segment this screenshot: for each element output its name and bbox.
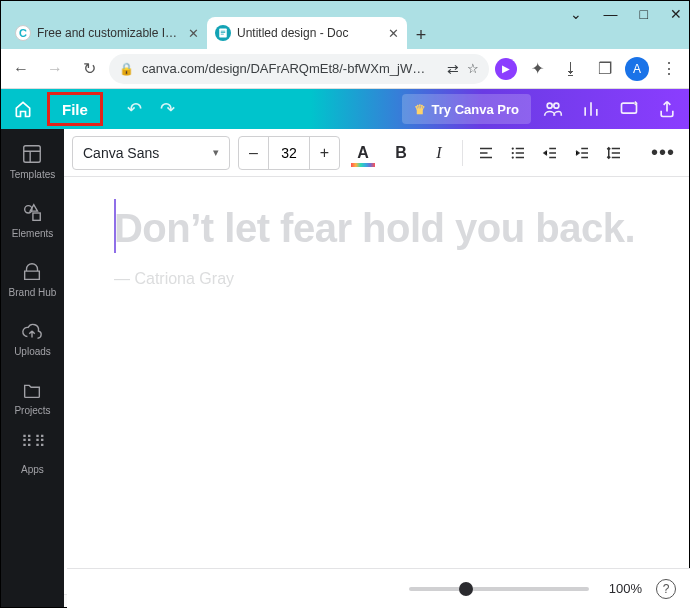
templates-icon [21,143,43,165]
font-name: Canva Sans [83,145,159,161]
crown-icon: ♛ [414,102,426,117]
svg-rect-7 [33,213,40,220]
svg-point-9 [512,151,514,153]
media-play-icon[interactable]: ▶ [495,58,517,80]
file-menu-button[interactable]: File [47,92,103,126]
collaborators-icon[interactable] [543,99,563,119]
browser-tab-inactive[interactable]: C Free and customizable Instag ✕ [7,17,207,49]
font-size-increase-button[interactable]: + [309,137,339,169]
window-close-icon[interactable]: ✕ [670,6,682,22]
analytics-icon[interactable] [581,99,601,119]
brand-hub-icon [21,261,43,283]
zoom-percent[interactable]: 100% [609,581,642,596]
nav-forward-button[interactable]: → [41,55,69,83]
sidebar-item-label: Templates [10,169,56,180]
help-button[interactable]: ? [656,579,676,599]
svg-rect-4 [622,103,637,113]
align-button[interactable] [471,138,501,168]
canvas-viewport[interactable]: Don’t let fear hold you back. — Catriona… [64,177,689,594]
present-icon[interactable] [619,99,639,119]
tab-close-icon[interactable]: ✕ [388,26,399,41]
text-toolbar: Canva Sans ▾ – 32 + A B I [64,129,689,177]
address-bar[interactable]: 🔒 canva.com/design/DAFrARQmEt8/-bfWXm_jW… [109,54,489,84]
window-maximize-icon[interactable]: □ [640,6,648,22]
zoom-slider[interactable] [409,587,589,591]
text-color-letter: A [357,144,369,162]
doc-favicon-icon [215,25,231,41]
svg-rect-3 [221,34,224,35]
browser-menu-icon[interactable]: ⋮ [655,55,683,83]
svg-rect-1 [221,31,226,32]
home-icon [13,99,33,119]
sidebar-item-label: Elements [12,228,54,239]
window-dropdown-icon[interactable]: ⌄ [570,6,582,22]
sidebar-item-label: Projects [14,405,50,416]
editor-area: Canva Sans ▾ – 32 + A B I [64,129,689,608]
italic-button[interactable]: I [424,138,454,168]
toolbar-more-button[interactable]: ••• [645,141,681,164]
font-size-decrease-button[interactable]: – [239,137,269,169]
elements-icon [21,202,43,224]
bookmark-star-icon[interactable]: ☆ [467,61,479,76]
window-minimize-icon[interactable]: — [604,6,618,22]
toolbar-divider [462,140,463,166]
sidebar-item-uploads[interactable]: Uploads [2,316,62,361]
nav-back-button[interactable]: ← [7,55,35,83]
canva-favicon-icon: C [15,25,31,41]
document-page[interactable]: Don’t let fear hold you back. — Catriona… [64,177,689,594]
canva-topbar: File ↶ ↷ ♛ Try Canva Pro [1,89,689,129]
extensions-icon[interactable]: ✦ [523,55,551,83]
tab-close-icon[interactable]: ✕ [188,26,199,41]
svg-point-10 [512,156,514,158]
sidebar: Templates Elements Brand Hub Uploads Pro… [1,129,64,608]
sidebar-item-label: Apps [21,464,44,475]
spacing-button[interactable] [599,138,629,168]
try-canva-pro-button[interactable]: ♛ Try Canva Pro [402,94,531,124]
chevron-down-icon: ▾ [213,146,219,159]
text-color-button[interactable]: A [348,138,378,168]
tab-title: Free and customizable Instag [37,26,182,40]
quote-author-text[interactable]: — Catriona Gray [114,270,639,288]
list-button[interactable] [503,138,533,168]
side-panel-icon[interactable]: ❐ [591,55,619,83]
tab-title: Untitled design - Doc [237,26,382,40]
zoom-slider-knob[interactable] [459,582,473,596]
sidebar-item-elements[interactable]: Elements [2,198,62,243]
redo-button[interactable]: ↷ [160,98,175,120]
translate-icon[interactable]: ⇄ [447,61,459,77]
sidebar-item-label: Uploads [14,346,51,357]
outdent-button[interactable] [535,138,565,168]
sidebar-item-projects[interactable]: Projects [2,375,62,420]
sidebar-item-templates[interactable]: Templates [2,139,62,184]
svg-rect-2 [221,32,226,33]
nav-reload-button[interactable]: ↻ [75,55,103,83]
font-size-group: – 32 + [238,136,340,170]
lock-icon: 🔒 [119,62,134,76]
bottom-bar: 100% ? [67,568,690,608]
projects-icon [21,379,43,401]
url-text: canva.com/design/DAFrARQmEt8/-bfWXm_jW… [142,61,439,76]
sidebar-item-brand-hub[interactable]: Brand Hub [2,257,62,302]
sidebar-item-apps[interactable]: ⠿⠿ Apps [2,434,62,479]
quote-placeholder-text[interactable]: Don’t let fear hold you back. [114,205,639,252]
svg-rect-5 [24,146,41,163]
omnibar: ← → ↻ 🔒 canva.com/design/DAFrARQmEt8/-bf… [1,49,689,89]
color-stripe-icon [351,163,375,167]
svg-point-8 [512,147,514,149]
indent-button[interactable] [567,138,597,168]
downloads-icon[interactable]: ⭳ [557,55,585,83]
text-cursor [114,199,116,253]
browser-tab-active[interactable]: Untitled design - Doc ✕ [207,17,407,49]
profile-avatar[interactable]: A [625,57,649,81]
uploads-icon [21,320,43,342]
home-button[interactable] [1,89,45,129]
apps-icon: ⠿⠿ [21,438,43,460]
font-size-input[interactable]: 32 [269,145,309,161]
new-tab-button[interactable]: + [407,21,435,49]
bold-button[interactable]: B [386,138,416,168]
sidebar-item-label: Brand Hub [9,287,57,298]
try-pro-label: Try Canva Pro [432,102,519,117]
undo-button[interactable]: ↶ [127,98,142,120]
share-icon[interactable] [657,99,677,119]
font-family-select[interactable]: Canva Sans ▾ [72,136,230,170]
